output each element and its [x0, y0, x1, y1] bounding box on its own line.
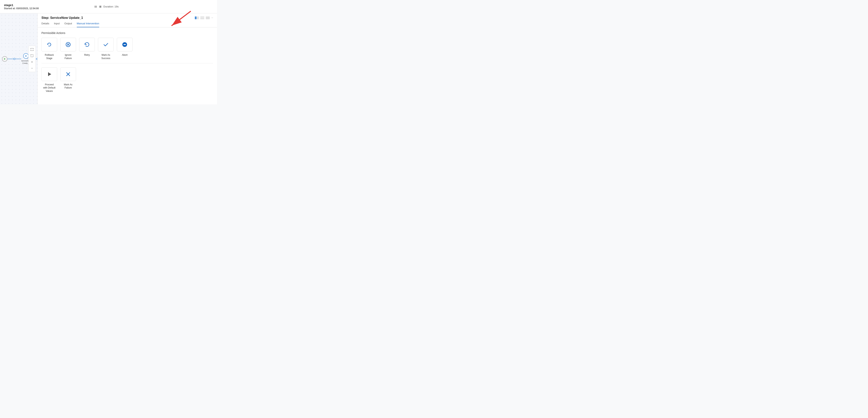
proceed-default-label: Proceedwith DefaultValues	[43, 83, 56, 93]
svg-rect-11	[197, 17, 199, 19]
section-title: Permissible Actions	[41, 31, 213, 35]
svg-rect-12	[200, 17, 204, 18]
started-value: 03/03/2023, 12:54:00	[16, 7, 39, 10]
ignore-failure-label: IgnoreFailure	[65, 53, 72, 60]
actions-row-2: Proceedwith DefaultValues Mark AsFailure	[41, 67, 213, 93]
start-node	[2, 56, 7, 62]
right-panel: Step: ServiceNow Update_1	[37, 13, 217, 104]
panel-tabs: Details Input Output Manual Intervention	[41, 22, 213, 27]
mark-failure-card[interactable]: Mark AsFailure	[60, 67, 76, 93]
panel-title: Step: ServiceNow Update_1	[41, 16, 83, 20]
tab-input[interactable]: Input	[54, 22, 60, 27]
mark-success-icon-box[interactable]	[98, 38, 114, 52]
tab-manual-intervention[interactable]: Manual Intervention	[77, 22, 99, 27]
full-panel-icon[interactable]	[206, 17, 210, 19]
zoom-out-btn[interactable]: −	[29, 66, 35, 71]
retry-icon-box[interactable]	[79, 38, 95, 52]
select-btn[interactable]	[29, 53, 35, 59]
panel-ctrl-separator: −	[211, 16, 213, 20]
stage-title: stage1	[4, 3, 39, 7]
duration-area: Duration: 19s	[94, 5, 119, 8]
add-node-btn[interactable]: </>	[23, 53, 29, 59]
svg-rect-10	[195, 17, 196, 19]
canvas-area: </> ServiceNowCreate_1	[0, 13, 37, 104]
mark-failure-icon-box[interactable]	[60, 67, 76, 81]
pause-icon[interactable]	[94, 5, 97, 8]
rollback-stage-card[interactable]: RollbackStage	[41, 38, 57, 60]
svg-rect-1	[96, 6, 97, 8]
top-bar: stage1 Started at: 03/03/2023, 12:54:00 …	[0, 0, 217, 13]
svg-marker-3	[4, 58, 5, 60]
panel-controls: −	[195, 16, 213, 20]
mark-success-card[interactable]: Mark AsSuccess	[98, 38, 114, 60]
expand-btn[interactable]	[29, 47, 35, 52]
stage-meta: Started at: 03/03/2023, 12:54:00	[4, 7, 39, 10]
mark-success-label: Mark AsSuccess	[101, 53, 110, 60]
proceed-default-card[interactable]: Proceedwith DefaultValues	[41, 67, 57, 93]
split-vertical-icon[interactable]	[200, 17, 204, 19]
abort-icon-box[interactable]	[117, 38, 132, 52]
connector-1	[7, 59, 13, 59]
retry-label: Retry	[84, 53, 90, 57]
rollback-stage-label: RollbackStage	[45, 53, 54, 60]
panel-body: Permissible Actions RollbackStage	[37, 28, 217, 104]
started-label: Started at:	[4, 7, 16, 10]
svg-rect-9	[31, 55, 33, 57]
main-layout: </> ServiceNowCreate_1	[0, 13, 217, 104]
dot-1	[13, 58, 15, 60]
svg-rect-0	[95, 6, 95, 8]
proceed-default-icon-box[interactable]	[41, 67, 57, 81]
ignore-failure-icon-box[interactable]	[60, 38, 76, 52]
svg-rect-22	[48, 72, 49, 76]
duration-label: Duration: 19s	[103, 5, 119, 8]
svg-rect-2	[99, 6, 101, 8]
tab-output[interactable]: Output	[64, 22, 72, 27]
mark-failure-label: Mark AsFailure	[64, 83, 72, 90]
tab-details[interactable]: Details	[41, 22, 49, 27]
abort-card[interactable]: Abort	[117, 38, 132, 60]
zoom-in-btn[interactable]: +	[29, 59, 35, 65]
panel-header: Step: ServiceNow Update_1	[37, 13, 217, 28]
svg-rect-14	[206, 17, 210, 19]
stage-info: stage1 Started at: 03/03/2023, 12:54:00	[4, 3, 39, 10]
canvas-toolbar: + −	[28, 46, 36, 72]
retry-card[interactable]: Retry	[79, 38, 95, 60]
svg-rect-13	[200, 18, 204, 19]
dot-2	[36, 58, 37, 60]
split-horizontal-icon[interactable]	[195, 17, 199, 19]
ignore-failure-card[interactable]: IgnoreFailure	[60, 38, 76, 60]
rollback-stage-icon-box[interactable]	[41, 38, 57, 52]
actions-row-1: RollbackStage IgnoreFailure	[41, 38, 213, 60]
stop-icon[interactable]	[99, 5, 102, 8]
abort-label: Abort	[122, 53, 128, 57]
panel-title-row: Step: ServiceNow Update_1	[41, 16, 213, 20]
svg-rect-20	[124, 44, 126, 45]
connector-2	[15, 59, 21, 59]
